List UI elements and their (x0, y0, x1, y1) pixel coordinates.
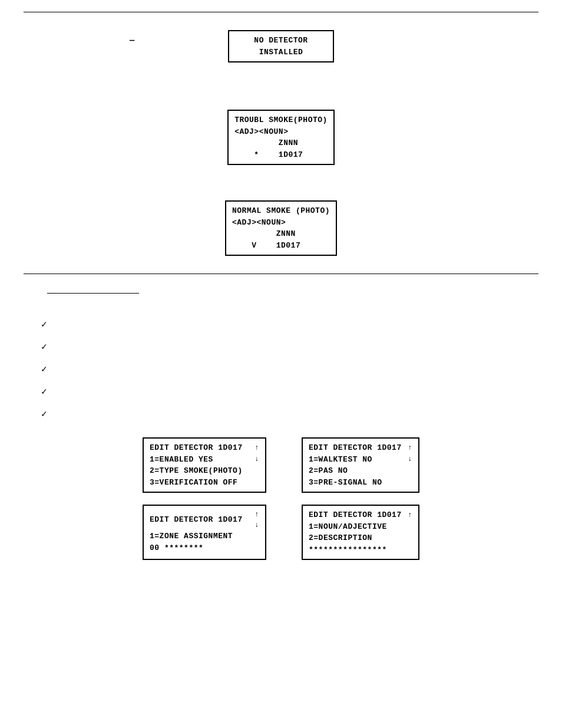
no-detector-section: NO DETECTOR INSTALLED (24, 30, 538, 62)
troubl-line4: * 1D017 (234, 149, 328, 161)
scroll-up-icon-1: ↑ (254, 443, 259, 453)
edit-detector-1-line3: 3=VERIFICATION OFF (150, 477, 259, 489)
edit-detector-1-title: EDIT DETECTOR 1D017 (150, 442, 243, 454)
troubl-line3: ZNNN (234, 137, 328, 149)
edit-detector-2-line3: 3=PRE-SIGNAL NO (309, 477, 412, 489)
checklist-text-2 (53, 341, 58, 350)
checklist-item-3: ✓ (41, 363, 538, 375)
checklist-text-4 (53, 386, 58, 395)
troubl-line2: <ADJ><NOUN> (234, 126, 328, 138)
normal-smoke-display: NORMAL SMOKE (PHOTO) <ADJ><NOUN> ZNNN V … (225, 200, 337, 256)
top-dash-mark: — (130, 35, 134, 45)
checklist-item-4: ✓ (41, 386, 538, 397)
scroll-up-icon-4: ↑ (408, 510, 412, 521)
scroll-down-icon-1: ↓ (254, 454, 259, 465)
edit-detector-display-1: EDIT DETECTOR 1D017 ↑ 1=ENABLED YES ↓ 2=… (143, 437, 266, 493)
lcd-panels-row1: EDIT DETECTOR 1D017 ↑ 1=ENABLED YES ↓ 2=… (24, 437, 538, 493)
normal-line4: V 1D017 (232, 240, 330, 252)
edit-detector-4-title: EDIT DETECTOR 1D017 (309, 509, 402, 521)
scroll-up-icon-2: ↑ (408, 443, 412, 453)
top-divider-line (24, 12, 538, 12)
checklist-item-1: ✓ (41, 318, 538, 330)
edit-detector-4-line3: **************** (309, 544, 412, 556)
check-icon-4: ✓ (41, 386, 47, 397)
check-icon-2: ✓ (41, 341, 47, 353)
scroll-icon-3: ↑ ↓ (254, 509, 259, 531)
normal-line2: <ADJ><NOUN> (232, 217, 330, 229)
edit-detector-display-4: EDIT DETECTOR 1D017 ↑ 1=NOUN/ADJECTIVE 2… (302, 505, 419, 560)
lcd-panels-row2: EDIT DETECTOR 1D017 ↑ ↓ 1=ZONE ASSIGNMEN… (24, 505, 538, 560)
troubl-line1: TROUBL SMOKE(PHOTO) (234, 114, 328, 126)
checklist: ✓ ✓ ✓ ✓ ✓ (24, 318, 538, 420)
edit-detector-display-3: EDIT DETECTOR 1D017 ↑ ↓ 1=ZONE ASSIGNMEN… (143, 505, 266, 560)
no-detector-line2: INSTALLED (235, 47, 327, 58)
scroll-up-icon-3: ↑ (254, 509, 259, 520)
section-underlined-heading (47, 286, 139, 295)
edit-detector-2-title: EDIT DETECTOR 1D017 (309, 442, 402, 454)
edit-detector-1-line2: 2=TYPE SMOKE(PHOTO) (150, 465, 259, 477)
check-icon-1: ✓ (41, 318, 47, 330)
no-detector-display: NO DETECTOR INSTALLED (228, 30, 334, 62)
checklist-item-2: ✓ (41, 341, 538, 353)
edit-detector-3-line1: 1=ZONE ASSIGNMENT (150, 531, 259, 542)
page-container: — NO DETECTOR INSTALLED TROUBL SMOKE(PHO… (0, 0, 562, 728)
normal-smoke-section: NORMAL SMOKE (PHOTO) <ADJ><NOUN> ZNNN V … (24, 200, 538, 256)
normal-line1: NORMAL SMOKE (PHOTO) (232, 205, 330, 217)
no-detector-line1: NO DETECTOR (235, 35, 327, 47)
troubl-smoke-section: TROUBL SMOKE(PHOTO) <ADJ><NOUN> ZNNN * 1… (24, 110, 538, 165)
edit-detector-4-line1: 1=NOUN/ADJECTIVE (309, 521, 412, 533)
edit-detector-1-line1: 1=ENABLED YES (150, 454, 213, 466)
scroll-down-icon-3: ↓ (254, 520, 259, 531)
scroll-down-icon-2: ↓ (408, 454, 412, 465)
checklist-text-1 (53, 318, 58, 328)
edit-detector-display-2: EDIT DETECTOR 1D017 ↑ 1=WALKTEST NO ↓ 2=… (302, 437, 419, 493)
edit-detector-3-title: EDIT DETECTOR 1D017 (150, 514, 243, 526)
edit-detector-4-line2: 2=DESCRIPTION (309, 532, 412, 544)
checklist-item-5: ✓ (41, 408, 538, 420)
edit-detector-2-line2: 2=PAS NO (309, 465, 412, 477)
edit-detector-2-line1: 1=WALKTEST NO (309, 454, 372, 466)
checklist-text-3 (53, 363, 58, 373)
checklist-text-5 (53, 408, 58, 417)
section-divider (24, 274, 538, 274)
troubl-smoke-display: TROUBL SMOKE(PHOTO) <ADJ><NOUN> ZNNN * 1… (227, 110, 335, 165)
check-icon-5: ✓ (41, 408, 47, 420)
check-icon-3: ✓ (41, 363, 47, 375)
normal-line3: ZNNN (232, 228, 330, 240)
edit-detector-3-line2: 00 ******** (150, 542, 259, 554)
